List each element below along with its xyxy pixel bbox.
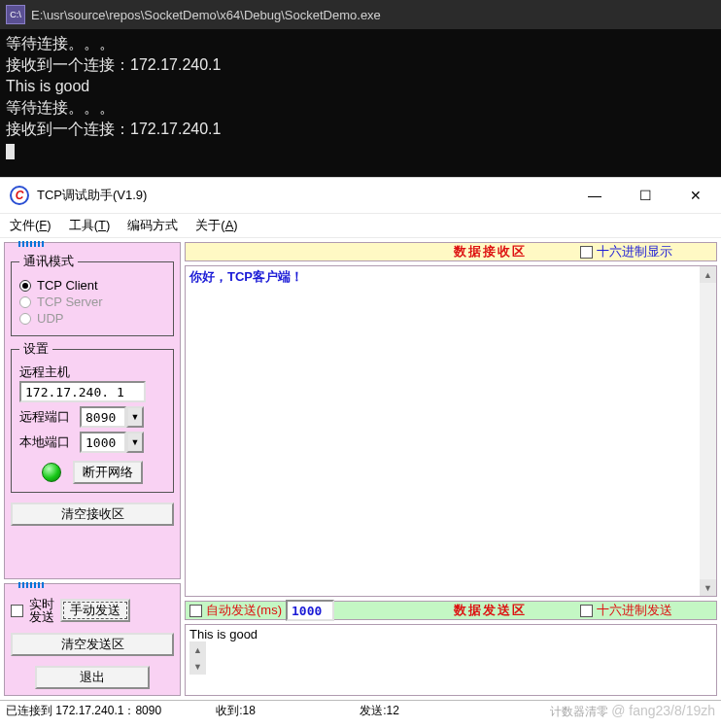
console-caret: [6, 144, 15, 159]
scroll-down-icon[interactable]: ▼: [189, 658, 206, 675]
recv-header-label: 数据接收区: [399, 243, 580, 260]
panel-comb-icon: [18, 241, 44, 249]
watermark: @ fang23/8/19zh: [611, 703, 715, 718]
radio-tcp-server-label: TCP Server: [37, 295, 103, 309]
local-port-combo[interactable]: ▼: [80, 432, 144, 453]
left-panel-top: 通讯模式 TCP Client TCP Server UDP: [4, 242, 181, 579]
clear-recv-button[interactable]: 清空接收区: [11, 503, 174, 526]
remote-host-label: 远程主机: [19, 364, 165, 381]
send-header-label: 数据发送区: [399, 602, 580, 619]
maximize-button[interactable]: ☐: [624, 181, 667, 210]
remote-port-combo[interactable]: ▼: [80, 406, 144, 428]
clear-send-button[interactable]: 清空发送区: [11, 633, 174, 656]
recv-text-content: 你好，TCP客户端！: [189, 269, 303, 284]
menu-file[interactable]: 文件(F): [10, 217, 52, 234]
status-connection: 已连接到 172.17.240.1：8090: [0, 703, 210, 719]
app-title-text: TCP调试助手(V1.9): [37, 187, 147, 204]
exit-button[interactable]: 退出: [35, 666, 150, 689]
console-title-text: E:\usr\source\repos\SocketDemo\x64\Debug…: [31, 8, 381, 22]
auto-send-label: 自动发送(ms): [206, 602, 282, 619]
local-port-label: 本地端口: [19, 433, 74, 451]
realtime-send-checkbox[interactable]: [11, 605, 23, 617]
send-textarea[interactable]: This is good ▲ ▼: [185, 624, 717, 696]
menu-tools[interactable]: 工具(T): [69, 217, 111, 234]
menu-about[interactable]: 关于(A): [195, 217, 237, 234]
local-port-input[interactable]: [80, 432, 126, 453]
counter-reset-label[interactable]: 计数器清零: [550, 705, 608, 718]
app-icon: C: [10, 186, 29, 205]
settings-group: 设置 远程主机 远程端口 ▼ 本地端口 ▼: [11, 340, 174, 493]
console-titlebar: C:\ E:\usr\source\repos\SocketDemo\x64\D…: [0, 0, 721, 29]
close-button[interactable]: ✕: [674, 181, 717, 210]
disconnect-button[interactable]: 断开网络: [73, 461, 143, 484]
chevron-down-icon[interactable]: ▼: [126, 406, 144, 428]
scroll-down-icon[interactable]: ▼: [700, 579, 716, 596]
auto-send-checkbox[interactable]: [189, 605, 202, 617]
send-hex-label: 十六进制发送: [597, 602, 672, 619]
console-icon: C:\: [6, 5, 25, 24]
menu-bar: 文件(F) 工具(T) 编码方式 关于(A): [0, 213, 721, 238]
radio-tcp-client-label: TCP Client: [37, 278, 98, 293]
recv-header-bar: 数据接收区 十六进制显示: [185, 242, 717, 261]
send-header-bar: 自动发送(ms) 数据发送区 十六进制发送: [185, 601, 717, 620]
radio-udp[interactable]: UDP: [19, 311, 165, 326]
console-output: 等待连接。。。 接收到一个连接：172.17.240.1 This is goo…: [0, 29, 721, 177]
panel-comb-icon: [18, 582, 44, 590]
connection-led-icon: [42, 463, 61, 482]
radio-tcp-server[interactable]: TCP Server: [19, 295, 165, 309]
remote-host-input[interactable]: [19, 381, 146, 402]
status-right: 计数器清零 @ fang23/8/19zh: [498, 703, 721, 720]
recv-hex-label: 十六进制显示: [597, 243, 672, 260]
minimize-button[interactable]: —: [573, 181, 616, 210]
status-send-count: 发送:12: [354, 703, 498, 719]
scroll-up-icon[interactable]: ▲: [700, 266, 716, 283]
recv-textarea[interactable]: 你好，TCP客户端！ ▲ ▼: [185, 265, 717, 597]
comm-mode-legend: 通讯模式: [19, 253, 78, 270]
menu-encoding[interactable]: 编码方式: [127, 217, 178, 234]
status-recv-count: 收到:18: [210, 703, 354, 719]
radio-off-icon: [19, 313, 31, 325]
settings-legend: 设置: [19, 340, 52, 358]
send-scrollbar[interactable]: ▲ ▼: [189, 641, 712, 675]
radio-dot-icon: [19, 280, 31, 292]
auto-send-interval-input[interactable]: [286, 600, 334, 621]
recv-scrollbar[interactable]: ▲ ▼: [700, 266, 716, 596]
radio-tcp-client[interactable]: TCP Client: [19, 278, 165, 293]
app-titlebar[interactable]: C TCP调试助手(V1.9) — ☐ ✕: [0, 178, 721, 213]
send-hex-checkbox[interactable]: [580, 605, 593, 617]
chevron-down-icon[interactable]: ▼: [126, 432, 144, 453]
remote-port-label: 远程端口: [19, 408, 74, 426]
left-panel-bottom: 实时 发送 手动发送 清空发送区 退出: [4, 583, 181, 696]
status-bar: 已连接到 172.17.240.1：8090 收到:18 发送:12 计数器清零…: [0, 700, 721, 721]
radio-off-icon: [19, 296, 31, 308]
recv-hex-checkbox[interactable]: [580, 246, 593, 259]
app-window: C TCP调试助手(V1.9) — ☐ ✕ 文件(F) 工具(T) 编码方式 关…: [0, 177, 721, 721]
scroll-up-icon[interactable]: ▲: [189, 641, 206, 658]
radio-udp-label: UDP: [37, 311, 63, 326]
remote-port-input[interactable]: [80, 406, 126, 428]
manual-send-button[interactable]: 手动发送: [60, 599, 130, 622]
send-text-content: This is good: [189, 627, 258, 641]
comm-mode-group: 通讯模式 TCP Client TCP Server UDP: [11, 253, 174, 336]
realtime-send-label: 实时 发送: [29, 598, 54, 623]
